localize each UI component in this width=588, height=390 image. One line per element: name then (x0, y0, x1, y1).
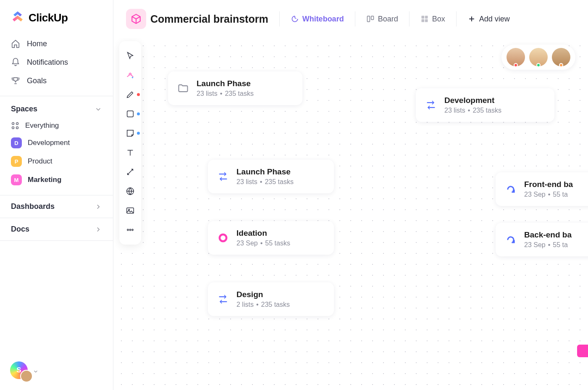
card-backend[interactable]: Back-end ba 23 Sep•55 ta (496, 223, 588, 256)
svg-rect-8 (421, 19, 424, 22)
sidebar-item-development[interactable]: D Development (6, 134, 107, 152)
spaces-header[interactable]: Spaces (6, 102, 107, 118)
tab-whiteboard[interactable]: Whiteboard (284, 11, 351, 27)
svg-rect-9 (425, 19, 428, 22)
sidebar-item-marketing[interactable]: M Marketing (6, 171, 107, 189)
app-name: ClickUp (29, 11, 68, 24)
svg-point-1 (16, 123, 18, 125)
card-title: Launch Phase (197, 79, 254, 88)
cube-icon (131, 13, 142, 24)
chevron-down-icon (94, 105, 102, 113)
svg-point-0 (12, 123, 14, 125)
svg-point-14 (127, 229, 129, 230)
nav-goals[interactable]: Goals (6, 71, 107, 90)
svg-rect-5 (371, 16, 373, 19)
sync-icon (217, 293, 229, 305)
sidebar: ClickUp Home Notifications Goals Spaces … (0, 0, 113, 390)
card-title: Development (444, 96, 501, 105)
collaborator-avatars[interactable] (501, 45, 575, 70)
sync-icon (217, 171, 229, 182)
box-icon (420, 15, 429, 23)
dashboards-link[interactable]: Dashboards (0, 195, 113, 218)
chevron-right-icon (94, 203, 102, 211)
sync-icon (425, 99, 437, 111)
space-label: Product (28, 157, 52, 166)
nav-home[interactable]: Home (6, 34, 107, 53)
tool-connector[interactable] (121, 163, 139, 181)
section-title: Docs (11, 225, 29, 234)
space-label: Development (28, 139, 70, 147)
loop-icon (505, 183, 517, 195)
tab-label: Whiteboard (302, 15, 344, 24)
chevron-right-icon (94, 226, 102, 233)
spaces-section: Spaces Everything D Development P Produc… (0, 96, 113, 195)
plus-icon (467, 15, 476, 23)
avatar[interactable] (507, 48, 525, 66)
whiteboard-canvas[interactable]: Launch Phase 23 lists•235 tasks Launch P… (113, 38, 588, 390)
sidebar-item-product[interactable]: P Product (6, 152, 107, 171)
bell-icon (11, 58, 20, 67)
tool-shape[interactable] (121, 105, 139, 123)
avatar: S (10, 361, 30, 382)
svg-point-17 (220, 235, 226, 241)
nav-notifications[interactable]: Notifications (6, 53, 107, 71)
avatar-photo (20, 370, 33, 382)
section-title: Spaces (11, 105, 37, 113)
card-title: Front-end ba (524, 180, 573, 189)
card-launch-phase-root[interactable]: Launch Phase 23 lists•235 tasks (168, 71, 302, 105)
card-frontend[interactable]: Front-end ba 23 Sep•55 ta (496, 172, 588, 206)
section-title: Dashboards (11, 202, 55, 211)
card-launch-phase[interactable]: Launch Phase 23 lists•235 tasks (208, 160, 334, 193)
loop-icon (505, 234, 517, 245)
svg-rect-6 (421, 16, 424, 19)
space-badge: D (11, 137, 22, 148)
card-subtitle: 23 lists•235 tasks (197, 90, 254, 98)
card-subtitle: 23 Sep•55 ta (524, 241, 572, 249)
docs-link[interactable]: Docs (0, 218, 113, 240)
space-badge: P (11, 156, 22, 167)
page-icon[interactable] (126, 9, 146, 29)
page-title: Commercial brainstorm (150, 13, 268, 25)
card-subtitle: 23 lists•235 tasks (236, 178, 294, 186)
logo[interactable]: ClickUp (0, 0, 113, 33)
space-label: Marketing (28, 176, 61, 184)
card-design[interactable]: Design 2 lists•235 tasks (208, 282, 334, 316)
add-view-button[interactable]: Add view (461, 11, 517, 27)
add-view-label: Add view (479, 15, 510, 24)
header: Commercial brainstorm Whiteboard Board B… (113, 0, 588, 38)
tool-text[interactable] (121, 144, 139, 161)
svg-rect-10 (127, 111, 134, 117)
space-badge: M (11, 174, 22, 185)
tool-pointer[interactable] (121, 47, 139, 65)
card-title: Design (236, 290, 290, 299)
tool-clickup[interactable] (121, 66, 139, 84)
whiteboard-icon (291, 15, 299, 23)
avatar[interactable] (529, 48, 548, 66)
card-development[interactable]: Development 23 lists•235 tasks (416, 88, 554, 122)
docs-section: Docs (0, 218, 113, 240)
dashboards-section: Dashboards (0, 195, 113, 218)
avatar[interactable] (552, 48, 570, 66)
card-subtitle: 23 Sep•55 ta (524, 191, 573, 198)
tool-pen[interactable] (121, 86, 139, 103)
tool-sticky[interactable] (121, 124, 139, 142)
trophy-icon (11, 76, 20, 85)
tool-image[interactable] (121, 202, 139, 219)
card-title: Launch Phase (236, 167, 294, 177)
tab-box[interactable]: Box (414, 11, 452, 27)
svg-point-15 (129, 229, 131, 230)
svg-point-3 (16, 127, 18, 129)
space-label: Everything (25, 121, 59, 130)
home-icon (11, 39, 20, 48)
card-title: Ideation (236, 229, 290, 238)
card-ideation[interactable]: Ideation 23 Sep•55 tasks (208, 221, 334, 255)
nav-main: Home Notifications Goals (0, 33, 113, 96)
folder-icon (177, 82, 189, 94)
user-menu[interactable]: S (10, 361, 39, 382)
tool-web[interactable] (121, 182, 139, 200)
tab-board[interactable]: Board (360, 11, 405, 27)
edge-handle[interactable] (577, 345, 588, 357)
card-title: Back-end ba (524, 230, 572, 240)
tool-more[interactable] (121, 221, 139, 239)
sidebar-item-everything[interactable]: Everything (6, 118, 107, 134)
